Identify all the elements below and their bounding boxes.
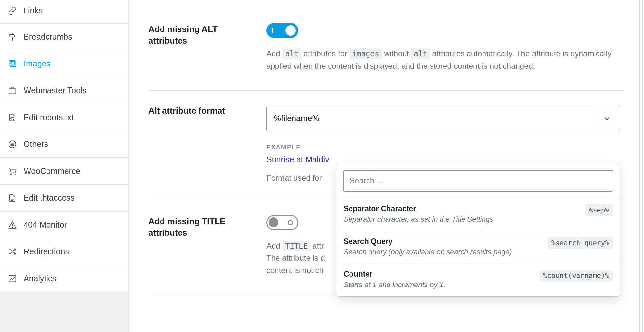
alt-format-input-group — [266, 106, 620, 131]
shuffle-icon — [8, 247, 24, 256]
example-label: EXAMPLE — [266, 144, 624, 151]
svg-point-9 — [14, 174, 15, 175]
variable-option-description: Separator character, as set in the Title… — [344, 215, 580, 224]
sidebar-item-label: Images — [24, 59, 50, 68]
setting-description: Add alt attributes for images without al… — [266, 47, 614, 72]
alt-format-input[interactable] — [267, 106, 594, 131]
sidebar-item-label: WooCommerce — [24, 166, 80, 176]
sidebar-item-label: Links — [24, 6, 43, 15]
variable-search-input[interactable] — [343, 170, 613, 192]
sidebar-item-label: Edit .htaccess — [24, 193, 75, 203]
sidebar-item-label: 404 Monitor — [24, 220, 67, 230]
sidebar-item-label: Webmaster Tools — [24, 86, 86, 95]
sidebar-item-label: Others — [24, 139, 48, 149]
variable-option-tag: %count(varname)% — [540, 270, 613, 282]
sidebar-item-404-monitor[interactable]: 404 Monitor — [0, 212, 128, 238]
list-icon — [8, 140, 24, 149]
images-icon — [8, 59, 24, 68]
sidebar-item-webmaster-tools[interactable]: Webmaster Tools — [0, 77, 128, 104]
chevron-down-icon — [603, 115, 611, 122]
setting-label: Alt attribute format — [148, 104, 253, 117]
setting-add-missing-alt: Add missing ALT attributes Add alt attri… — [148, 0, 624, 91]
briefcase-icon — [8, 86, 24, 95]
toggle-add-missing-alt[interactable] — [266, 23, 298, 38]
sidebar-item-label: Analytics — [24, 274, 56, 283]
setting-label: Add missing TITLE attributes — [148, 214, 253, 239]
settings-sidebar: Links Breadcrumbs Images Webmaster Tools… — [0, 0, 129, 332]
sidebar-item-woocommerce[interactable]: WooCommerce — [0, 158, 128, 185]
variable-option-search-query[interactable]: Search Query Search query (only availabl… — [336, 231, 620, 264]
file-shield-icon — [8, 113, 24, 122]
svg-point-8 — [11, 174, 12, 175]
variable-option-tag: %search_query% — [548, 237, 613, 249]
variable-option-counter[interactable]: Counter Starts at 1 and increments by 1.… — [336, 264, 620, 296]
sidebar-empty-area — [0, 292, 128, 332]
sidebar-item-others[interactable]: Others — [0, 131, 128, 158]
file-text-icon — [8, 194, 24, 203]
variable-option-separator[interactable]: Separator Character Separator character,… — [336, 198, 620, 231]
sidebar-item-label: Redirections — [24, 247, 69, 256]
sidebar-item-breadcrumbs[interactable]: Breadcrumbs — [0, 24, 128, 50]
sidebar-item-label: Breadcrumbs — [24, 32, 72, 42]
variable-option-title: Search Query — [344, 237, 543, 246]
signpost-icon — [8, 32, 24, 42]
sidebar-item-edit-htaccess[interactable]: Edit .htaccess — [0, 185, 128, 212]
variable-dropdown-popover: Separator Character Separator character,… — [336, 163, 620, 297]
chart-icon — [8, 274, 24, 283]
variable-option-title: Counter — [344, 270, 535, 279]
sidebar-item-label: Edit robots.txt — [24, 113, 74, 122]
setting-label: Add missing ALT attributes — [148, 22, 253, 46]
link-icon — [8, 6, 24, 15]
variable-option-tag: %sep% — [585, 204, 613, 216]
cart-icon — [8, 167, 24, 176]
sidebar-item-links[interactable]: Links — [0, 0, 128, 24]
variable-option-description: Starts at 1 and increments by 1. — [344, 281, 535, 289]
variable-option-title: Separator Character — [344, 204, 580, 213]
warning-icon — [8, 220, 24, 230]
svg-rect-3 — [9, 89, 16, 94]
alt-format-variable-dropdown-button[interactable] — [594, 106, 620, 131]
sidebar-item-analytics[interactable]: Analytics — [0, 265, 128, 292]
right-panel-divider — [639, 0, 643, 332]
variable-option-description: Search query (only available on search r… — [344, 248, 543, 256]
sidebar-item-images[interactable]: Images — [0, 50, 128, 77]
sidebar-item-redirections[interactable]: Redirections — [0, 238, 128, 265]
sidebar-item-edit-robots[interactable]: Edit robots.txt — [0, 104, 128, 131]
toggle-add-missing-title[interactable] — [266, 215, 298, 230]
svg-point-14 — [12, 227, 13, 228]
